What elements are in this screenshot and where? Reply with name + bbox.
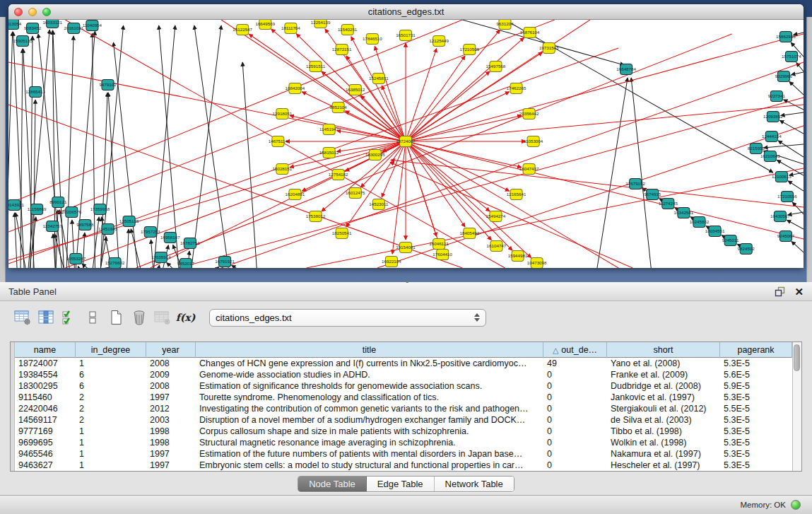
graph-node[interactable]: 11540251 <box>338 25 358 35</box>
graph-node[interactable]: 9245011 <box>722 235 739 246</box>
graph-node[interactable]: 18250541 <box>332 228 352 239</box>
graph-node[interactable]: 20206576 <box>61 207 81 218</box>
table-row[interactable]: 1830029562008Estimation of significance … <box>15 380 792 392</box>
table-row[interactable]: 1872400712008Changes of HCN gene express… <box>15 358 792 369</box>
graph-node[interactable]: 9852104 <box>330 103 348 113</box>
graph-node[interactable]: 15122547 <box>233 25 252 35</box>
graph-node[interactable]: 12591511 <box>306 62 326 72</box>
float-panel-icon[interactable] <box>775 286 786 297</box>
graph-node[interactable]: 9824502 <box>738 244 755 255</box>
memory-indicator[interactable] <box>791 500 801 510</box>
graph-node[interactable]: 20161021 <box>64 23 83 34</box>
graph-node[interactable]: 16958107 <box>160 233 180 243</box>
graph-node[interactable]: 13505135 <box>119 216 139 227</box>
graph-node[interactable]: 12865413 <box>25 87 45 98</box>
tab-node-table[interactable]: Node Table <box>298 477 367 491</box>
graph-node[interactable]: 14675114 <box>269 136 288 147</box>
graph-node[interactable]: 16649569 <box>255 20 275 30</box>
column-header-in_degree[interactable]: in_degree <box>76 342 146 358</box>
rows-icon[interactable] <box>83 308 102 327</box>
graph-node[interactable]: 17359938 <box>90 204 110 215</box>
select-all-columns-icon[interactable] <box>59 308 78 327</box>
table-row[interactable]: 2242004622012Investigating the contribut… <box>15 403 792 414</box>
graph-node[interactable]: 12165641 <box>507 189 526 200</box>
column-header-out_degree[interactable]: △out_de… <box>543 342 607 358</box>
column-header-pagerank[interactable]: pagerank <box>720 342 792 358</box>
table-selector-dropdown[interactable]: citations_edges.txt <box>209 309 486 327</box>
graph-node[interactable]: 8215955 <box>748 144 765 154</box>
graph-node[interactable]: 12444154 <box>762 132 782 142</box>
graph-node[interactable]: 16104747 <box>487 241 507 252</box>
graph-node[interactable]: 9245067 <box>777 231 795 242</box>
graph-node[interactable]: 16782751 <box>180 238 200 249</box>
scrollbar-thumb[interactable] <box>794 344 800 371</box>
graph-node[interactable]: 15751074 <box>782 52 801 62</box>
column-header-title[interactable]: title <box>196 342 543 358</box>
graph-node[interactable]: 18405492 <box>459 228 479 239</box>
graph-node[interactable]: 18300295 <box>365 150 385 160</box>
column-header-short[interactable]: short <box>607 342 720 358</box>
graph-node[interactable]: 15245871 <box>369 74 389 84</box>
graph-node[interactable]: 17210509 <box>459 45 479 55</box>
function-builder-icon[interactable]: f(x) <box>176 308 195 327</box>
graph-node[interactable]: 16047437 <box>519 164 539 175</box>
column-header-year[interactable]: year <box>146 342 196 358</box>
graph-node[interactable]: 11156869 <box>28 204 47 215</box>
graph-node[interactable]: 8813054 <box>8 20 22 30</box>
graph-node[interactable]: 15028151 <box>273 164 293 175</box>
vertical-scrollbar[interactable] <box>792 342 801 471</box>
graph-node[interactable]: 12918051 <box>273 109 293 119</box>
panel-resize-handle[interactable]: ▴ <box>406 279 413 283</box>
graph-node[interactable]: 17210556 <box>777 192 797 202</box>
graph-node[interactable]: 15494274 <box>486 211 506 222</box>
graph-node[interactable]: 15815012 <box>319 148 339 158</box>
graph-node[interactable]: 8990121 <box>49 197 67 208</box>
graph-node[interactable]: 12125449 <box>429 36 449 47</box>
graph-node[interactable]: 12254139 <box>311 20 331 28</box>
graph-node[interactable]: 17462265 <box>507 83 526 94</box>
graph-node[interactable]: 9083452 <box>24 23 42 34</box>
graph-node[interactable]: 15905135 <box>13 36 33 47</box>
table-row[interactable]: 1938455462009Genome-wide association stu… <box>15 369 792 380</box>
new-table-icon[interactable] <box>106 308 125 327</box>
graph-node[interactable]: 11040954 <box>83 21 102 31</box>
table-row[interactable]: 946554611997Estimation of the future num… <box>15 448 792 460</box>
graph-node[interactable]: 18111704 <box>281 23 300 34</box>
network-canvas[interactable]: 8813054908345216033121201610211590513511… <box>8 20 804 268</box>
tab-edge-table[interactable]: Edge Table <box>367 477 435 491</box>
close-panel-icon[interactable]: ✕ <box>794 286 804 297</box>
window-titlebar[interactable]: citations_edges.txt <box>8 4 804 20</box>
graph-node[interactable]: 9479102 <box>99 80 117 90</box>
select-columns-icon[interactable] <box>36 308 55 327</box>
table-row[interactable]: 946362711997Embryonic stem cells: a mode… <box>15 460 792 471</box>
graph-node[interactable]: 15497568 <box>486 62 506 72</box>
delete-table-icon[interactable] <box>129 308 148 327</box>
table-row[interactable]: 969969511998Structural magnetic resonanc… <box>15 437 792 448</box>
graph-node[interactable]: 9452017 <box>177 259 195 269</box>
column-header-name[interactable]: name <box>15 342 76 358</box>
citation-network-graph[interactable]: 8813054908345216033121201610211590513511… <box>8 20 804 268</box>
graph-node[interactable]: 12872151 <box>332 45 352 55</box>
import-table-icon[interactable] <box>153 308 172 327</box>
graph-edge <box>406 92 510 141</box>
graph-node[interactable]: 19143921 <box>8 200 24 211</box>
table-row[interactable]: 1456911722003Disruption of a novel membe… <box>15 414 792 426</box>
table-row[interactable]: 977716911998Corpus callosum shape and si… <box>15 426 792 437</box>
graph-node[interactable]: 17846510 <box>363 34 382 45</box>
graph-node[interactable]: 10473098 <box>527 258 547 269</box>
graph-node[interactable]: 9631204 <box>496 20 514 30</box>
graph-node[interactable]: 9897588 <box>76 220 94 230</box>
graph-node[interactable]: 16501731 <box>396 30 416 41</box>
graph-node[interactable]: 9329966 <box>775 71 793 82</box>
graph-node[interactable]: 11053004 <box>524 136 543 147</box>
graph-node[interactable]: 12342757 <box>42 221 62 232</box>
graph-node[interactable]: 12100613 <box>772 172 792 182</box>
graph-node[interactable]: 16876104 <box>520 28 540 38</box>
graph-node[interactable]: 16033121 <box>42 20 62 28</box>
table-settings-icon[interactable] <box>13 308 32 327</box>
graph-node[interactable]: 19154081 <box>396 243 416 253</box>
graph-node[interactable]: 15276602 <box>105 258 125 269</box>
table-row[interactable]: 911546021997Tourette syndrome. Phenomeno… <box>15 392 792 403</box>
tab-network-table[interactable]: Network Table <box>435 477 514 491</box>
graph-node[interactable]: 9227341 <box>768 91 786 102</box>
